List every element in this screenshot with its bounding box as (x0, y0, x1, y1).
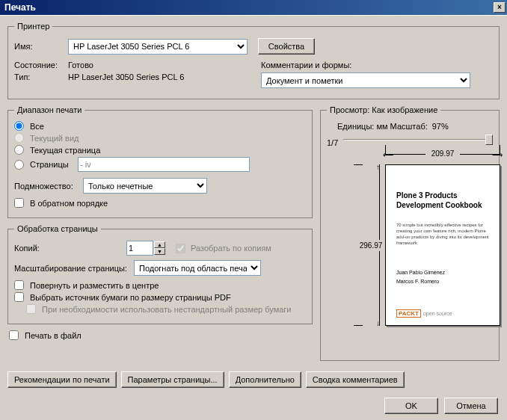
page-handling-legend: Обработка страницы (14, 224, 101, 233)
paper-source-label: Выбрать источник бумаги по размеру стран… (30, 293, 231, 302)
print-range-legend: Диапазон печати (14, 105, 84, 114)
rotate-center-checkbox[interactable] (14, 280, 24, 290)
reverse-order-label: В обратном порядке (30, 199, 108, 208)
reverse-order-checkbox[interactable] (14, 198, 24, 208)
preview-doc-title-2: Development Cookbook (396, 201, 482, 209)
preview-slider-thumb[interactable] (485, 135, 493, 145)
range-current-view-label: Текущий вид (30, 134, 79, 143)
status-value: Готово (68, 61, 93, 70)
printing-tips-button[interactable]: Рекомендации по печати (7, 371, 117, 388)
preview-packt-logo: PACKT (396, 309, 421, 318)
preview-height: 296.97 (360, 240, 383, 251)
arrow-down-icon: ↓ (376, 319, 380, 327)
paper-source-checkbox[interactable] (14, 292, 24, 302)
custom-paper-checkbox (26, 304, 36, 314)
preview-doc-title-1: Plone 3 Products (396, 191, 458, 200)
copies-spin-down-icon[interactable]: ▼ (154, 248, 165, 255)
window-title: Печать (4, 2, 36, 13)
preview-width: 209.97 (431, 149, 455, 158)
titlebar: Печать × (0, 0, 507, 15)
comments-forms-label: Комментарии и формы: (261, 61, 351, 70)
print-range-group: Диапазон печати Все Текущий вид Текущая … (7, 105, 313, 218)
range-current-view-radio (14, 133, 24, 143)
preview-doc-subtitle: 70 simple but incredibly effective recip… (396, 222, 489, 246)
preview-author-2: Marcos F. Romero (396, 277, 489, 286)
printer-legend: Принтер (14, 22, 52, 31)
ok-button[interactable]: OK (384, 398, 438, 414)
close-icon[interactable]: × (494, 2, 506, 13)
page-setup-button[interactable]: Параметры страницы... (121, 371, 224, 388)
printer-name-select[interactable]: HP LaserJet 3050 Series PCL 6 (68, 39, 248, 55)
range-all-radio[interactable] (14, 121, 24, 131)
custom-paper-label: При необходимости использовать нестандар… (42, 305, 292, 314)
preview-zoom: 97% (432, 122, 449, 131)
copies-input[interactable] (126, 241, 153, 256)
collate-label: Разобрать по копиям (191, 244, 271, 253)
print-to-file-checkbox[interactable] (9, 330, 19, 340)
copies-spin-up-icon[interactable]: ▲ (154, 241, 165, 248)
arrow-up-icon: ↑ (376, 163, 380, 171)
rotate-center-label: Повернуть и разместить в центре (30, 281, 159, 290)
printer-name-label: Имя: (14, 42, 68, 51)
preview-author-1: Juan Pablo Giménez (396, 268, 489, 277)
range-current-page-radio[interactable] (14, 145, 24, 155)
range-pages-radio[interactable] (14, 160, 24, 170)
comments-forms-select[interactable]: Документ и пометки (261, 72, 470, 88)
preview-page: Plone 3 Products Development Cookbook 70… (385, 164, 500, 326)
properties-button[interactable]: Свойства (258, 38, 315, 55)
scaling-label: Масштабирование страницы: (14, 264, 134, 273)
print-to-file-label: Печать в файл (25, 331, 82, 340)
printer-group: Принтер Имя: HP LaserJet 3050 Series PCL… (7, 22, 500, 99)
dialog-body: Принтер Имя: HP LaserJet 3050 Series PCL… (0, 15, 507, 420)
type-label: Тип: (14, 72, 68, 81)
arrow-right-icon: ⟶ (492, 151, 503, 159)
preview-slider-track[interactable] (343, 139, 493, 140)
scaling-select[interactable]: Подогнать под область печат (134, 260, 261, 276)
subset-label: Подмножество: (14, 182, 83, 191)
range-pages-input (78, 157, 250, 172)
preview-frame: ⟵ 209.97 ⟶ ↑ 296.97 ↓ Plone 3 Products (343, 145, 493, 339)
status-label: Состояние: (14, 61, 68, 70)
preview-group: Просмотр: Как изображение Единицы: мм Ма… (320, 105, 500, 361)
preview-units-label: Единицы: мм Масштаб: (337, 122, 428, 131)
collate-checkbox (176, 244, 185, 253)
range-all-label: Все (30, 122, 44, 131)
page-handling-group: Обработка страницы Копий: ▲ ▼ Разобрать … (7, 224, 313, 324)
cancel-button[interactable]: Отмена (444, 398, 498, 414)
range-current-page-label: Текущая страница (30, 146, 100, 155)
subset-select[interactable]: Только нечетные (83, 178, 207, 194)
comments-summary-button[interactable]: Сводка комментариев (306, 371, 405, 388)
range-pages-label: Страницы (30, 160, 75, 169)
advanced-button[interactable]: Дополнительно (229, 371, 301, 388)
preview-open-source: open source (423, 311, 452, 316)
preview-legend: Просмотр: Как изображение (327, 105, 440, 114)
type-value: HP LaserJet 3050 Series PCL 6 (68, 72, 184, 81)
arrow-left-icon: ⟵ (383, 151, 393, 159)
copies-label: Копий: (14, 244, 126, 253)
